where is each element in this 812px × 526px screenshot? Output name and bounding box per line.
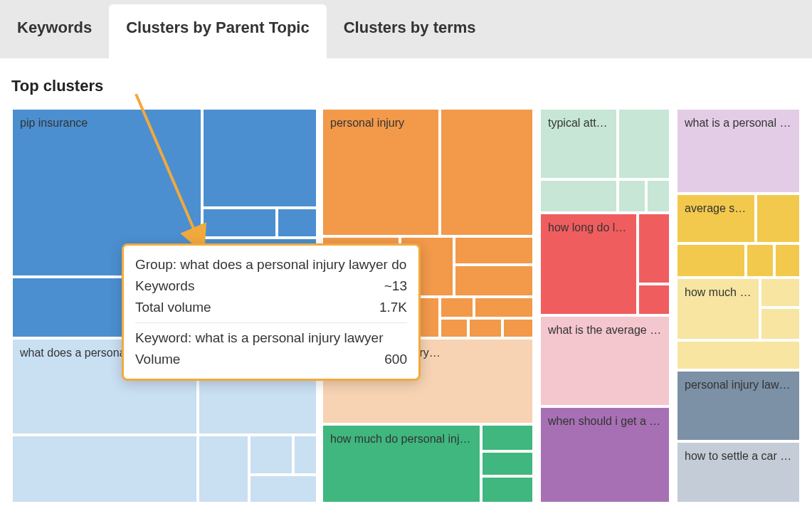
- treemap-cell[interactable]: [746, 243, 774, 278]
- tab-clusters-terms[interactable]: Clusters by terms: [327, 0, 493, 58]
- treemap-cell[interactable]: [454, 236, 534, 265]
- treemap-cell[interactable]: personal injury law …: [676, 370, 801, 441]
- treemap-cell[interactable]: [198, 435, 249, 503]
- treemap-cell[interactable]: [774, 243, 801, 278]
- treemap-cell[interactable]: [760, 278, 801, 307]
- tooltip-total-volume-value: 1.7K: [379, 300, 407, 315]
- tooltip-group: Group: what does a personal injury lawye…: [135, 257, 406, 273]
- treemap-cell-label: how much do personal injury lawy…: [330, 433, 473, 446]
- treemap-cell[interactable]: [440, 108, 534, 236]
- cluster-tooltip: Group: what does a personal injury lawye…: [122, 243, 421, 381]
- tooltip-keywords-value: ~13: [384, 278, 407, 294]
- treemap-cell[interactable]: [202, 208, 277, 238]
- treemap-cell[interactable]: [481, 424, 534, 451]
- treemap-cell-label: what is a personal i…: [685, 117, 792, 130]
- treemap-cell[interactable]: how much do personal injury lawy…: [322, 424, 481, 503]
- tooltip-total-volume-label: Total volume: [135, 300, 211, 315]
- treemap-cell[interactable]: [646, 179, 670, 213]
- content-area: Top clusters how to settle a car …person…: [0, 58, 812, 515]
- treemap-cell[interactable]: personal injury: [322, 108, 440, 236]
- treemap-cell[interactable]: [277, 208, 317, 238]
- treemap-cell[interactable]: [440, 318, 468, 338]
- treemap-cell[interactable]: [638, 213, 670, 284]
- treemap-cell[interactable]: when should i get a …: [539, 406, 670, 503]
- tab-bar: Keywords Clusters by Parent Topic Cluste…: [0, 0, 812, 58]
- treemap-cell-label: typical attorney fee …: [548, 117, 609, 130]
- tab-keywords[interactable]: Keywords: [0, 0, 109, 58]
- treemap-cell[interactable]: [249, 475, 317, 503]
- treemap-cell[interactable]: typical attorney fee …: [539, 108, 618, 179]
- treemap-cell[interactable]: [618, 108, 670, 179]
- treemap-cell[interactable]: how long do lawsuit…: [539, 213, 638, 315]
- treemap-cell[interactable]: how to settle a car …: [676, 441, 801, 503]
- clusters-treemap[interactable]: how to settle a car …personal injury law…: [11, 108, 801, 503]
- treemap-cell[interactable]: [676, 340, 801, 370]
- treemap-cell[interactable]: [474, 297, 534, 318]
- treemap-cell[interactable]: [481, 451, 534, 476]
- treemap-cell[interactable]: [468, 318, 502, 338]
- treemap-cell[interactable]: how much do pers…: [676, 278, 760, 340]
- treemap-cell[interactable]: what is the average …: [539, 315, 670, 406]
- treemap-cell[interactable]: [618, 179, 646, 213]
- treemap-cell-label: personal injury law …: [685, 379, 792, 391]
- treemap-cell[interactable]: [502, 318, 534, 338]
- treemap-cell[interactable]: [293, 435, 317, 475]
- treemap-cell[interactable]: [676, 243, 746, 278]
- treemap-cell-label: what is the average …: [548, 324, 662, 337]
- treemap-cell[interactable]: [11, 435, 198, 503]
- treemap-cell[interactable]: average settlement…: [676, 194, 756, 243]
- treemap-cell[interactable]: [638, 284, 670, 315]
- treemap-cell[interactable]: [249, 435, 293, 475]
- section-heading: Top clusters: [11, 77, 801, 95]
- treemap-cell[interactable]: [440, 297, 474, 318]
- tooltip-keyword: Keyword: what is a personal injury lawye…: [135, 330, 384, 346]
- treemap-cell[interactable]: [539, 179, 618, 213]
- treemap-cell[interactable]: [756, 194, 801, 243]
- treemap-cell-label: how much do pers…: [685, 286, 752, 299]
- treemap-cell[interactable]: [454, 265, 534, 297]
- treemap-cell-label: when should i get a …: [548, 415, 662, 428]
- treemap-cell-label: average settlement…: [685, 202, 747, 215]
- tooltip-volume-label: Volume: [135, 352, 180, 367]
- treemap-cell[interactable]: what is a personal i…: [676, 108, 801, 194]
- treemap-cell-label: how to settle a car …: [685, 450, 792, 463]
- tooltip-volume-value: 600: [384, 352, 407, 367]
- treemap-cell-label: how long do lawsuit…: [548, 221, 629, 234]
- treemap-cell-label: pip insurance: [20, 117, 194, 130]
- treemap-cell[interactable]: [202, 108, 317, 208]
- treemap-cell[interactable]: [481, 476, 534, 503]
- tab-clusters-parent-topic[interactable]: Clusters by Parent Topic: [109, 4, 327, 58]
- treemap-cell[interactable]: [760, 307, 801, 340]
- treemap-cell-label: personal injury: [330, 117, 431, 130]
- tooltip-keywords-label: Keywords: [135, 278, 194, 294]
